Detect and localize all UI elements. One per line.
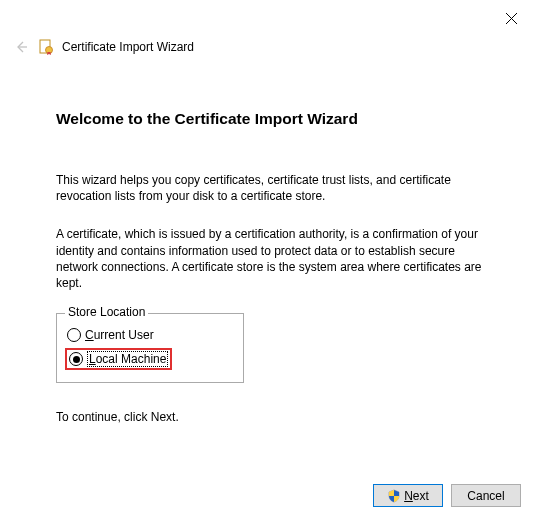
radio-row-current-user[interactable]: Current User (67, 328, 233, 342)
footer-buttons: Next Cancel (373, 484, 521, 507)
continue-text: To continue, click Next. (56, 409, 495, 425)
uac-shield-icon (387, 489, 401, 503)
wizard-header: Certificate Import Wizard (12, 38, 194, 56)
close-button[interactable] (501, 8, 521, 28)
radio-local-machine[interactable] (69, 352, 83, 366)
certificate-icon (38, 39, 54, 55)
store-location-legend: Store Location (65, 305, 148, 319)
wizard-title: Certificate Import Wizard (62, 40, 194, 54)
next-label: Next (404, 489, 429, 503)
intro-paragraph-2: A certificate, which is issued by a cert… (56, 226, 495, 291)
page-title: Welcome to the Certificate Import Wizard (56, 110, 495, 128)
content-area: Welcome to the Certificate Import Wizard… (56, 110, 495, 447)
intro-paragraph-1: This wizard helps you copy certificates,… (56, 172, 495, 204)
cancel-label: Cancel (467, 489, 504, 503)
radio-label-local-machine: Local Machine (87, 351, 168, 367)
radio-row-local-machine[interactable]: Local Machine (65, 348, 172, 370)
next-button[interactable]: Next (373, 484, 443, 507)
cancel-button[interactable]: Cancel (451, 484, 521, 507)
back-button[interactable] (12, 38, 30, 56)
radio-label-current-user: Current User (85, 328, 154, 342)
store-location-group: Store Location Current User Local Machin… (56, 313, 244, 383)
radio-current-user[interactable] (67, 328, 81, 342)
